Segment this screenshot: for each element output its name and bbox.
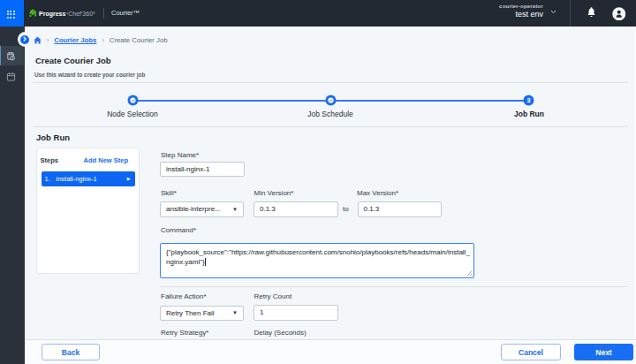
svg-text:3: 3 bbox=[526, 96, 530, 104]
